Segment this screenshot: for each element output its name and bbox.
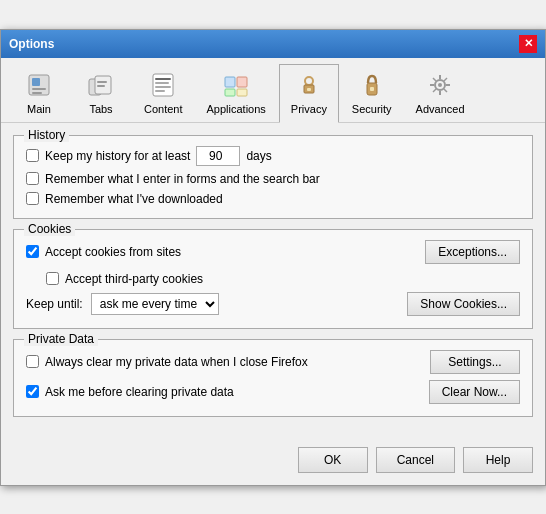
- security-icon: [356, 69, 388, 101]
- svg-line-29: [433, 78, 436, 81]
- cookies-section: Cookies Accept cookies from sites Except…: [13, 229, 533, 329]
- accept-third-party-row: Accept third-party cookies: [46, 272, 520, 286]
- keep-history-label: Keep my history for at least: [45, 149, 190, 163]
- svg-line-32: [433, 89, 436, 92]
- footer: OK Cancel Help: [1, 439, 545, 485]
- svg-rect-7: [97, 85, 105, 87]
- keep-history-input[interactable]: [196, 146, 240, 166]
- svg-rect-20: [307, 88, 311, 91]
- cookies-legend: Cookies: [24, 222, 75, 236]
- svg-rect-12: [155, 90, 165, 92]
- tab-advanced-label: Advanced: [416, 103, 465, 115]
- tab-privacy[interactable]: Privacy: [279, 64, 339, 123]
- tab-security[interactable]: Security: [341, 64, 403, 122]
- accept-third-party-label: Accept third-party cookies: [65, 272, 203, 286]
- keep-history-checkbox[interactable]: [26, 149, 39, 162]
- accept-cookies-label: Accept cookies from sites: [45, 245, 181, 259]
- tab-applications[interactable]: Applications: [196, 64, 277, 122]
- show-cookies-button[interactable]: Show Cookies...: [407, 292, 520, 316]
- svg-line-31: [444, 78, 447, 81]
- remember-forms-checkbox[interactable]: [26, 172, 39, 185]
- titlebar: Options ✕: [1, 30, 545, 58]
- svg-point-17: [305, 77, 313, 85]
- content-area: History Keep my history for at least day…: [1, 123, 545, 439]
- accept-third-party-checkbox[interactable]: [46, 272, 59, 285]
- content-icon: [147, 69, 179, 101]
- ask-before-clear-checkbox[interactable]: [26, 385, 39, 398]
- tab-bar: Main Tabs: [1, 58, 545, 123]
- main-icon: [23, 69, 55, 101]
- remember-downloads-label: Remember what I've downloaded: [45, 192, 223, 206]
- help-button[interactable]: Help: [463, 447, 533, 473]
- keep-until-left: Keep until: ask me every time they expir…: [26, 293, 219, 315]
- always-clear-row: Always clear my private data when I clos…: [26, 350, 520, 374]
- tab-content-label: Content: [144, 103, 183, 115]
- cancel-button[interactable]: Cancel: [376, 447, 455, 473]
- ask-before-clear-left: Ask me before clearing private data: [26, 385, 234, 399]
- tab-privacy-label: Privacy: [291, 103, 327, 115]
- privacy-icon: [293, 69, 325, 101]
- keep-until-label: Keep until:: [26, 297, 83, 311]
- tab-content[interactable]: Content: [133, 64, 194, 122]
- svg-rect-8: [153, 74, 173, 96]
- remember-forms-label: Remember what I enter in forms and the s…: [45, 172, 320, 186]
- svg-rect-14: [237, 77, 247, 87]
- tab-advanced[interactable]: Advanced: [405, 64, 476, 122]
- always-clear-checkbox[interactable]: [26, 355, 39, 368]
- history-legend: History: [24, 128, 69, 142]
- clear-now-button[interactable]: Clear Now...: [429, 380, 520, 404]
- tabs-icon: [85, 69, 117, 101]
- days-label: days: [246, 149, 271, 163]
- settings-button[interactable]: Settings...: [430, 350, 520, 374]
- svg-rect-2: [32, 88, 46, 90]
- always-clear-label: Always clear my private data when I clos…: [45, 355, 308, 369]
- tab-applications-label: Applications: [207, 103, 266, 115]
- always-clear-left: Always clear my private data when I clos…: [26, 355, 308, 369]
- tab-tabs[interactable]: Tabs: [71, 64, 131, 122]
- svg-point-24: [438, 83, 442, 87]
- remember-downloads-row: Remember what I've downloaded: [26, 192, 520, 206]
- svg-rect-13: [225, 77, 235, 87]
- tab-tabs-label: Tabs: [89, 103, 112, 115]
- svg-rect-1: [32, 78, 40, 86]
- keep-until-row: Keep until: ask me every time they expir…: [26, 292, 520, 316]
- accept-cookies-left: Accept cookies from sites: [26, 245, 181, 259]
- svg-rect-6: [97, 81, 107, 83]
- svg-rect-15: [225, 89, 235, 96]
- options-window: Options ✕ Main: [0, 29, 546, 486]
- applications-icon: [220, 69, 252, 101]
- ask-before-clear-row: Ask me before clearing private data Clea…: [26, 380, 520, 404]
- history-section: History Keep my history for at least day…: [13, 135, 533, 219]
- svg-rect-3: [32, 92, 42, 94]
- svg-rect-16: [237, 89, 247, 96]
- remember-forms-row: Remember what I enter in forms and the s…: [26, 172, 520, 186]
- accept-cookies-row: Accept cookies from sites Exceptions...: [26, 240, 520, 264]
- exceptions-button[interactable]: Exceptions...: [425, 240, 520, 264]
- svg-line-30: [444, 89, 447, 92]
- window-title: Options: [9, 37, 54, 51]
- tab-main[interactable]: Main: [9, 64, 69, 122]
- tab-main-label: Main: [27, 103, 51, 115]
- private-data-legend: Private Data: [24, 332, 98, 346]
- remember-downloads-checkbox[interactable]: [26, 192, 39, 205]
- private-data-section: Private Data Always clear my private dat…: [13, 339, 533, 417]
- tab-security-label: Security: [352, 103, 392, 115]
- advanced-icon: [424, 69, 456, 101]
- close-button[interactable]: ✕: [519, 35, 537, 53]
- ok-button[interactable]: OK: [298, 447, 368, 473]
- svg-rect-22: [370, 87, 374, 91]
- ask-before-clear-label: Ask me before clearing private data: [45, 385, 234, 399]
- keep-history-row: Keep my history for at least days: [26, 146, 520, 166]
- svg-rect-11: [155, 86, 171, 88]
- keep-until-select[interactable]: ask me every time they expire I close Fi…: [91, 293, 219, 315]
- svg-rect-10: [155, 82, 169, 84]
- svg-rect-9: [155, 78, 171, 80]
- accept-cookies-checkbox[interactable]: [26, 245, 39, 258]
